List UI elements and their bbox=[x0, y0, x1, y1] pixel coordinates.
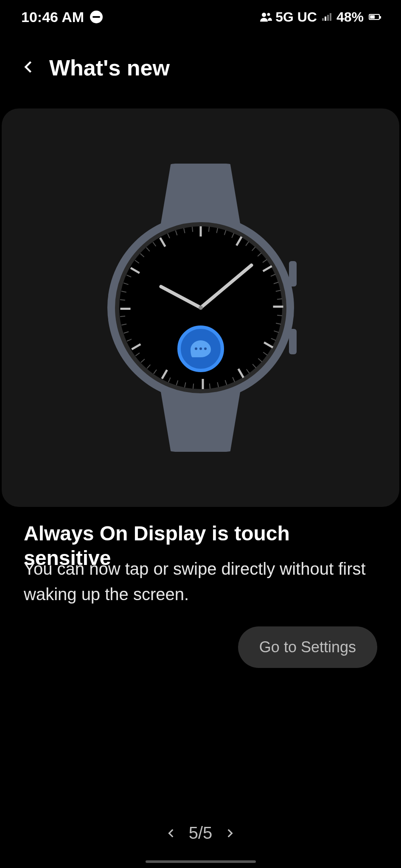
pager-prev-button[interactable] bbox=[166, 823, 177, 843]
network-label: 5G UC bbox=[275, 9, 317, 25]
svg-point-1 bbox=[267, 13, 270, 16]
home-indicator[interactable] bbox=[146, 860, 256, 863]
battery-label: 48% bbox=[337, 9, 364, 25]
go-to-settings-button[interactable]: Go to Settings bbox=[238, 626, 377, 668]
back-button[interactable] bbox=[21, 59, 36, 76]
pager-label: 5/5 bbox=[189, 823, 213, 843]
signal-icon bbox=[322, 13, 331, 21]
battery-icon bbox=[369, 14, 380, 20]
svg-point-0 bbox=[262, 13, 266, 17]
status-time: 10:46 AM bbox=[21, 9, 84, 25]
pager: 5/5 bbox=[0, 823, 401, 843]
watch-illustration bbox=[107, 164, 294, 452]
status-bar: 10:46 AM 5G UC 48% bbox=[0, 0, 401, 34]
messages-complication-icon bbox=[177, 326, 224, 372]
feature-body: You can now tap or swipe directly withou… bbox=[24, 556, 377, 607]
pager-next-button[interactable] bbox=[224, 823, 235, 843]
hero-card bbox=[2, 108, 399, 507]
dnd-icon bbox=[90, 11, 103, 23]
page-title: What's new bbox=[49, 55, 170, 81]
people-icon bbox=[260, 9, 272, 25]
